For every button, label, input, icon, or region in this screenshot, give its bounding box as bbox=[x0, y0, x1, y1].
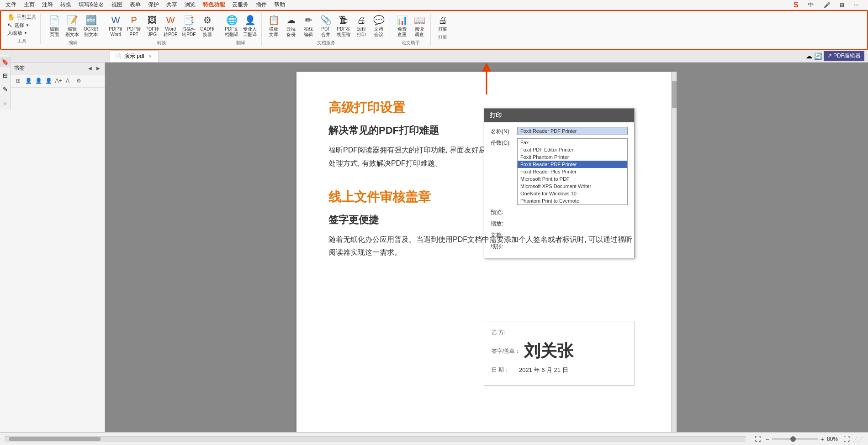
docservice-buttons: 📋 模板 文库 ☁ 云端 备份 ✏ 在线 编辑 📎 PDF 合并 bbox=[265, 13, 387, 38]
menu-browse[interactable]: 浏览 bbox=[181, 0, 199, 10]
sidebar-person-button[interactable]: 👤 bbox=[24, 76, 33, 85]
h-scrollbar-thumb[interactable] bbox=[9, 437, 101, 441]
sidebar-font-large-button[interactable]: A+ bbox=[54, 76, 63, 85]
template-lib-button[interactable]: 📋 模板 文库 bbox=[265, 13, 282, 38]
cloud-backup-button[interactable]: ☁ 云端 备份 bbox=[283, 13, 299, 38]
menu-annotation[interactable]: 注释 bbox=[38, 0, 57, 10]
printer-name-row: 名称(N): Foxit Reader PDF Printer bbox=[491, 127, 628, 136]
printer-ms-pdf[interactable]: Microsoft Print to PDF bbox=[518, 175, 627, 183]
sidebar-icon-annotation[interactable]: ✎ bbox=[0, 84, 10, 94]
printer-foxit-editor[interactable]: Foxit PDF Editor Printer bbox=[518, 146, 627, 153]
pdf-tab[interactable]: 📄 演示.pdf × bbox=[110, 50, 159, 62]
zoom-slider-thumb[interactable] bbox=[790, 436, 796, 442]
menu-form[interactable]: 表单 bbox=[126, 0, 144, 10]
menu-plugin[interactable]: 插件 bbox=[252, 0, 270, 10]
specialist-button[interactable]: 👤 专业人 工翻译 bbox=[241, 13, 259, 38]
hand-icon: ✋ bbox=[7, 13, 15, 21]
vertical-scrollbar[interactable] bbox=[671, 72, 677, 444]
tab-close-button[interactable]: × bbox=[147, 53, 153, 59]
menu-convert[interactable]: 转换 bbox=[57, 0, 75, 10]
ribbon-wrapper: ✋ 手型工具 ↖ 选择 ▼ 入缩放 ▼ 工具 📄 bbox=[0, 10, 868, 50]
remote-print-button[interactable]: 🖨 远程 打印 bbox=[353, 13, 370, 38]
free-check-button[interactable]: 📊 免费 查重 bbox=[394, 13, 410, 38]
pdf-editor-badge: ↗ PDF编辑器 bbox=[824, 51, 864, 61]
pdf-area[interactable]: 高级打印设置 解决常见的PDF打印难题 福昕PDF阅读器拥有强大的打印功能, 界… bbox=[105, 63, 868, 445]
sidebar-icon-thumbnail[interactable]: ⊟ bbox=[0, 70, 10, 80]
sidebar-settings-button[interactable]: ⚙ bbox=[74, 76, 83, 85]
menu-view[interactable]: 视图 bbox=[108, 0, 126, 10]
sidebar-next-button[interactable]: ▶ bbox=[95, 65, 102, 72]
menu-cloud[interactable]: 云服务 bbox=[228, 0, 252, 10]
more-icon: ⋯ bbox=[850, 1, 863, 9]
pdf-to-ppt-icon: P bbox=[127, 14, 140, 26]
stamp-sig-label: 签字/盖章： bbox=[492, 347, 520, 355]
zoom-value-label: 80% bbox=[827, 436, 838, 442]
ribbon: ✋ 手型工具 ↖ 选择 ▼ 入缩放 ▼ 工具 📄 bbox=[0, 10, 868, 50]
edit-text-button[interactable]: 📝 编辑 别文本 bbox=[64, 13, 81, 38]
name-label: 名称(N): bbox=[491, 127, 513, 136]
online-edit-button[interactable]: ✏ 在线 编辑 bbox=[300, 13, 317, 38]
reading-check-button[interactable]: 📖 阅读 调查 bbox=[411, 13, 428, 38]
printer-fax[interactable]: Fax bbox=[518, 139, 627, 146]
print-button[interactable]: 🖨 打窗 bbox=[434, 13, 451, 33]
ocr-button[interactable]: 🔤 OCR识 别文本 bbox=[82, 13, 100, 38]
select-label: 选择 bbox=[14, 22, 24, 29]
stamp-party-label: 乙 方: bbox=[492, 329, 519, 336]
stamp-date-label: 日 期： bbox=[492, 366, 519, 374]
grid-icon: ⊞ bbox=[836, 1, 848, 9]
printer-foxit-plus[interactable]: Foxit Reader Plus Printer bbox=[518, 168, 627, 175]
menu-help[interactable]: 帮助 bbox=[270, 0, 289, 10]
printer-foxit-reader[interactable]: Foxit Reader PDF Printer bbox=[518, 161, 627, 168]
word-to-pdf-button[interactable]: W Word 转PDF bbox=[162, 13, 179, 38]
sidebar-title: 书签 bbox=[14, 64, 25, 72]
pdf-to-jpg-button[interactable]: 🖼 PDF转 JPG bbox=[143, 13, 161, 38]
sidebar-prev-button[interactable]: ◀ bbox=[86, 65, 94, 72]
grid-view-icon: ⋰⋰ bbox=[852, 436, 863, 442]
menu-share[interactable]: 共享 bbox=[163, 0, 181, 10]
online-edit-label: 在线 编辑 bbox=[304, 26, 313, 37]
print-icon: 🖨 bbox=[436, 14, 449, 26]
expand-button[interactable]: ⛶ bbox=[843, 435, 850, 443]
scrollbar-thumb[interactable] bbox=[672, 81, 677, 108]
shrink-button[interactable]: 入缩放 ▼ bbox=[5, 29, 38, 37]
reading-label: 阅读 调查 bbox=[415, 26, 424, 37]
shrink-dropdown-icon: ▼ bbox=[24, 31, 27, 35]
pdf-to-ppt-button[interactable]: P PDF转 PPT bbox=[125, 13, 143, 38]
select-tool-button[interactable]: ↖ 选择 ▼ bbox=[5, 21, 38, 29]
fit-page-button[interactable]: ⛶ bbox=[755, 435, 761, 443]
pdf-to-excel-button[interactable]: 🌐 PDF文 档翻译 bbox=[223, 13, 240, 38]
sidebar-icon-layers[interactable]: ≡ bbox=[0, 98, 10, 108]
printer-foxit-phantom[interactable]: Foxit Phantom Printer bbox=[518, 153, 627, 161]
sidebar-icon-bookmark[interactable]: 🔖 bbox=[0, 57, 10, 67]
pdf-to-ppt-label: PDF转 PPT bbox=[127, 26, 141, 37]
menu-sign[interactable]: 填写&签名 bbox=[75, 0, 108, 10]
edit-page-label: 编辑 页面 bbox=[50, 26, 59, 37]
template-icon: 📋 bbox=[267, 14, 280, 26]
sidebar-person2-button[interactable]: 👤 bbox=[34, 76, 43, 85]
scan-file-button[interactable]: 📑 扫描件 转PDF bbox=[180, 13, 197, 38]
doc-meeting-button[interactable]: 💬 文档 会议 bbox=[370, 13, 387, 38]
zoom-slider[interactable] bbox=[772, 438, 818, 440]
edit-page-button[interactable]: 📄 编辑 页面 bbox=[46, 13, 63, 38]
ribbon-group-edit: 📄 编辑 页面 📝 编辑 别文本 🔤 OCR识 别文本 编辑 bbox=[43, 13, 103, 46]
cad-icon: ⚙ bbox=[201, 14, 214, 26]
zoom-plus-button[interactable]: + bbox=[820, 435, 824, 443]
name-value[interactable]: Foxit Reader PDF Printer bbox=[517, 127, 628, 135]
menu-protect[interactable]: 保护 bbox=[144, 0, 163, 10]
menu-special[interactable]: 特色功能 bbox=[199, 0, 228, 10]
horizontal-scrollbar[interactable] bbox=[5, 436, 746, 442]
sidebar-font-small-button[interactable]: A- bbox=[64, 76, 73, 85]
zoom-minus-button[interactable]: − bbox=[766, 435, 769, 443]
hand-tool-button[interactable]: ✋ 手型工具 bbox=[5, 13, 38, 21]
menu-file[interactable]: 文件 bbox=[2, 0, 20, 10]
pdf-compress-button[interactable]: 🗜 PDF在 线压缩 bbox=[335, 13, 352, 38]
menu-home[interactable]: 主页 bbox=[20, 0, 38, 10]
pdf-to-word-icon: W bbox=[109, 14, 122, 26]
pdf-to-word-button[interactable]: W PDF转 Word bbox=[107, 13, 124, 38]
pdf-merge-button[interactable]: 📎 PDF 合并 bbox=[318, 13, 334, 38]
cad-to-pdf-button[interactable]: ⚙ CAD转 换器 bbox=[198, 13, 216, 38]
sidebar-add-button[interactable]: ⊞ bbox=[14, 76, 23, 85]
main-area: 🔖 ⊟ ✎ ≡ 书签 ◀ ▶ ⊞ 👤 👤 👤 A+ A- ⚙ bbox=[0, 63, 868, 445]
tab-name: 演示.pdf bbox=[124, 52, 144, 60]
sidebar-person3-button[interactable]: 👤 bbox=[44, 76, 53, 85]
